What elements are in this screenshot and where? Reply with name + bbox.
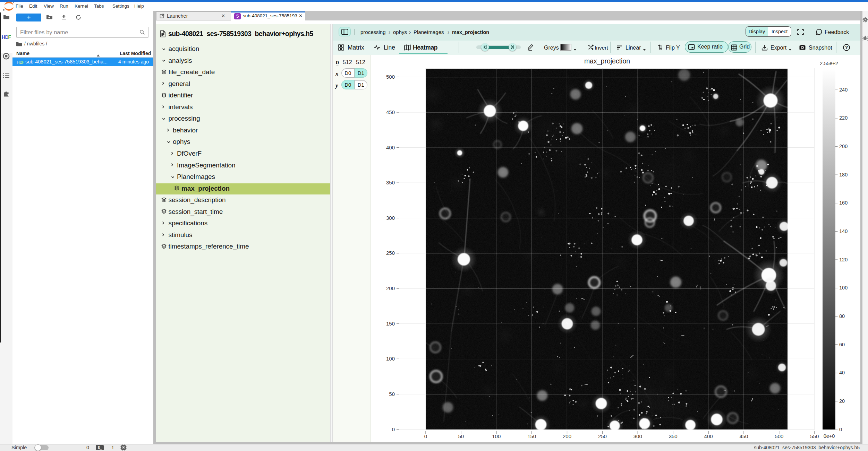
svg-text:F: F xyxy=(22,60,24,64)
svg-text:F: F xyxy=(8,34,11,40)
